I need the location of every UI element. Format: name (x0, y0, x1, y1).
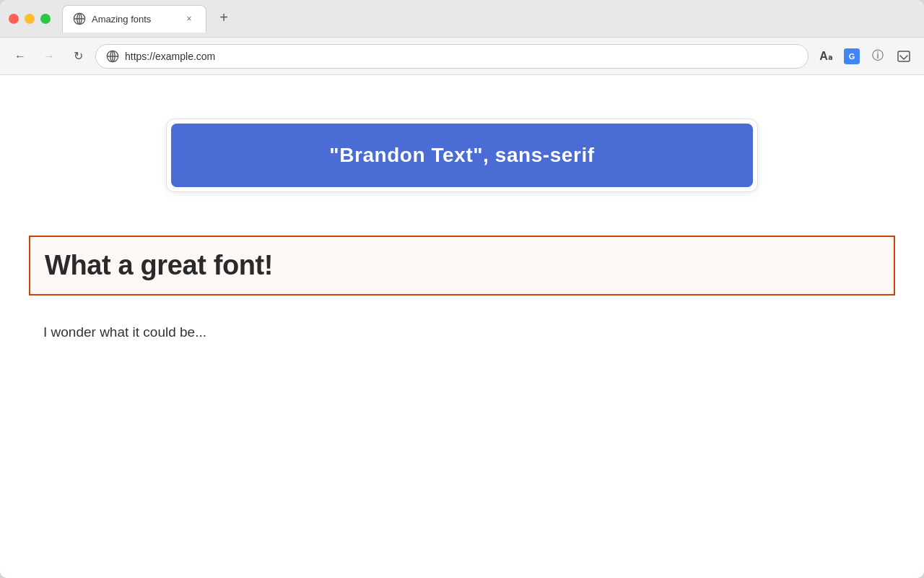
translate-icon: G (844, 48, 860, 64)
forward-button[interactable]: → (38, 45, 61, 68)
title-bar: Amazing fonts × + (0, 0, 924, 38)
font-picker-card: "Brandon Text", sans-serif (166, 118, 758, 192)
tab-title: Amazing fonts (92, 14, 177, 25)
svg-text:G: G (849, 52, 855, 61)
new-tab-button[interactable]: + (212, 7, 235, 30)
page-content: "Brandon Text", sans-serif What a great … (0, 75, 924, 578)
nav-bar: ← → ↻ Aₐ (0, 38, 924, 75)
close-window-button[interactable] (9, 14, 19, 24)
body-text: I wonder what it could be... (43, 324, 881, 340)
info-button[interactable]: ⓘ (866, 45, 889, 68)
active-tab[interactable]: Amazing fonts × (62, 5, 206, 33)
heading-section: What a great font! (29, 236, 895, 296)
forward-icon: → (43, 50, 55, 63)
font-name-display: "Brandon Text", sans-serif (329, 144, 594, 167)
tab-globe-icon (73, 12, 86, 25)
pocket-icon (897, 49, 911, 64)
body-text-section: I wonder what it could be... (29, 324, 895, 340)
back-icon: ← (14, 50, 26, 63)
info-icon: ⓘ (872, 48, 884, 64)
svg-rect-10 (898, 51, 910, 61)
maximize-window-button[interactable] (40, 14, 51, 24)
translate-button[interactable]: G (840, 45, 863, 68)
window-controls (9, 14, 51, 24)
heading-text: What a great font! (45, 250, 879, 281)
font-size-icon: Aₐ (819, 49, 832, 63)
font-size-button[interactable]: Aₐ (814, 45, 837, 68)
address-globe-icon (106, 50, 119, 63)
url-input[interactable] (125, 51, 798, 62)
tabs-area: Amazing fonts × + (62, 5, 915, 33)
toolbar-icons: Aₐ G ⓘ (814, 45, 915, 68)
reload-button[interactable]: ↻ (66, 45, 90, 68)
back-button[interactable]: ← (9, 45, 32, 68)
reload-icon: ↻ (74, 49, 83, 63)
address-bar[interactable] (95, 44, 808, 69)
minimize-window-button[interactable] (25, 14, 35, 24)
pocket-button[interactable] (892, 45, 915, 68)
browser-window: Amazing fonts × + ← → ↻ (0, 0, 924, 578)
tab-close-button[interactable]: × (183, 12, 196, 25)
font-picker-inner: "Brandon Text", sans-serif (171, 124, 753, 187)
